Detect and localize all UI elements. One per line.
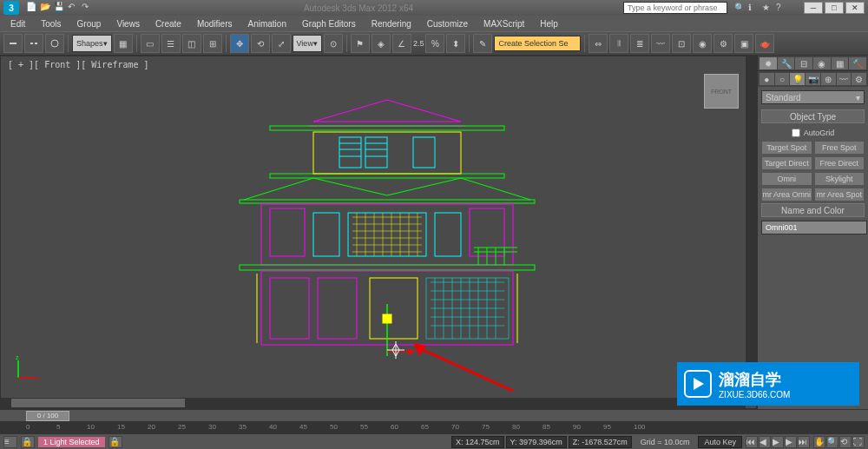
z-coord[interactable]: Z: -1678.527cm bbox=[569, 436, 632, 448]
play-icon[interactable]: ▶ bbox=[772, 436, 784, 448]
name-color-rollout[interactable]: Name and Color bbox=[761, 203, 865, 217]
info-icon[interactable]: ℹ bbox=[748, 3, 759, 13]
menu-help[interactable]: Help bbox=[540, 19, 558, 29]
render-setup-icon[interactable]: ⚙ bbox=[713, 34, 733, 53]
app-logo[interactable]: 3 bbox=[3, 1, 19, 15]
link-icon[interactable] bbox=[3, 34, 23, 53]
menu-animation[interactable]: Animation bbox=[247, 19, 286, 29]
zoom-icon[interactable]: 🔍 bbox=[826, 436, 838, 448]
mr-area-spot-button[interactable]: mr Area Spot bbox=[814, 188, 865, 201]
render-frame-icon[interactable]: ▣ bbox=[734, 34, 753, 53]
goto-start-icon[interactable]: ⏮ bbox=[746, 436, 758, 448]
curve-editor-icon[interactable]: 〰 bbox=[651, 34, 670, 53]
free-spot-button[interactable]: Free Spot bbox=[814, 141, 865, 155]
undo-icon[interactable]: ↶ bbox=[68, 2, 80, 14]
redo-icon[interactable]: ↷ bbox=[82, 2, 94, 14]
move-icon[interactable]: ✥ bbox=[230, 34, 249, 53]
autogrid-checkbox[interactable] bbox=[792, 129, 800, 137]
utilities-tab-icon[interactable]: 🔨 bbox=[849, 57, 866, 69]
orbit-icon[interactable]: ⟲ bbox=[839, 436, 852, 448]
unlink-icon[interactable] bbox=[24, 34, 43, 53]
select-icon[interactable]: ▭ bbox=[141, 34, 160, 53]
scale-icon[interactable]: ⤢ bbox=[272, 34, 291, 53]
create-tab-icon[interactable]: ✹ bbox=[760, 57, 777, 69]
lock-selection-icon[interactable]: 🔒 bbox=[108, 436, 122, 448]
select-window-icon[interactable]: ⊞ bbox=[203, 34, 222, 53]
pan-icon[interactable]: ✋ bbox=[813, 436, 825, 448]
edit-selection-icon[interactable]: ✎ bbox=[473, 34, 492, 53]
lights-icon[interactable]: 💡 bbox=[790, 73, 805, 85]
maximize-viewport-icon[interactable]: ⛶ bbox=[852, 436, 865, 448]
viewport-scrollbar-v[interactable] bbox=[746, 56, 756, 398]
omni-button[interactable]: Omni bbox=[761, 172, 812, 186]
menu-edit[interactable]: Edit bbox=[10, 19, 25, 29]
modify-tab-icon[interactable]: 🔧 bbox=[778, 57, 795, 69]
category-dropdown[interactable]: Standard▾ bbox=[761, 90, 865, 104]
geometry-icon[interactable]: ● bbox=[760, 73, 774, 85]
search-input[interactable] bbox=[623, 2, 727, 14]
viewcube[interactable]: FRONT bbox=[704, 74, 739, 109]
shapes-dropdown[interactable]: Shapes ▾ bbox=[72, 35, 112, 52]
viewport-label[interactable]: [ + ][ Front ][ Wireframe ] bbox=[8, 60, 149, 69]
open-icon[interactable]: 📂 bbox=[40, 2, 52, 14]
menu-group[interactable]: Group bbox=[77, 19, 102, 29]
goto-end-icon[interactable]: ⏭ bbox=[798, 436, 810, 448]
rotate-icon[interactable]: ⟲ bbox=[251, 34, 270, 53]
timeline-ruler[interactable]: 0 5 10 15 20 25 30 35 40 45 50 55 60 65 … bbox=[0, 422, 868, 434]
viewport-scrollbar-h[interactable] bbox=[1, 398, 746, 408]
snap-icon[interactable]: ◈ bbox=[372, 34, 391, 53]
manipulate-icon[interactable]: ⚑ bbox=[351, 34, 370, 53]
ref-coord-dropdown[interactable]: View ▾ bbox=[293, 35, 322, 52]
shapes-icon[interactable]: ○ bbox=[775, 73, 790, 85]
schematic-icon[interactable]: ⊡ bbox=[672, 34, 691, 53]
skylight-button[interactable]: Skylight bbox=[814, 172, 865, 186]
menu-modifiers[interactable]: Modifiers bbox=[197, 19, 233, 29]
systems-icon[interactable]: ⚙ bbox=[852, 73, 866, 85]
autokey-button[interactable]: Auto Key bbox=[698, 436, 742, 448]
menu-graph-editors[interactable]: Graph Editors bbox=[302, 19, 356, 29]
space-warps-icon[interactable]: 〰 bbox=[837, 73, 852, 85]
star-icon[interactable]: ★ bbox=[762, 3, 773, 13]
close-button[interactable]: ✕ bbox=[845, 2, 865, 14]
lock-icon[interactable]: 🔒 bbox=[21, 436, 35, 448]
mirror-icon[interactable]: ⇔ bbox=[589, 34, 608, 53]
menu-maxscript[interactable]: MAXScript bbox=[483, 19, 524, 29]
target-direct-button[interactable]: Target Direct bbox=[761, 156, 812, 170]
angle-snap-icon[interactable]: ∠ bbox=[392, 34, 411, 53]
mr-area-omni-button[interactable]: mr Area Omni bbox=[761, 188, 812, 201]
save-icon[interactable]: 💾 bbox=[54, 2, 66, 14]
menu-customize[interactable]: Customize bbox=[427, 19, 468, 29]
target-spot-button[interactable]: Target Spot bbox=[761, 141, 812, 155]
pivot-icon[interactable]: ⊙ bbox=[324, 34, 343, 53]
time-slider-thumb[interactable]: 0 / 100 bbox=[26, 411, 69, 421]
prev-frame-icon[interactable]: ◀ bbox=[759, 436, 771, 448]
material-icon[interactable]: ◉ bbox=[693, 34, 712, 53]
hierarchy-tab-icon[interactable]: ⊟ bbox=[795, 57, 812, 69]
motion-tab-icon[interactable]: ◉ bbox=[813, 57, 831, 69]
menu-create[interactable]: Create bbox=[155, 19, 181, 29]
new-icon[interactable]: 📄 bbox=[26, 2, 38, 14]
search-icon[interactable]: 🔍 bbox=[734, 3, 745, 13]
spinner-snap-icon[interactable]: ⬍ bbox=[446, 34, 465, 53]
menu-rendering[interactable]: Rendering bbox=[372, 19, 411, 29]
display-tab-icon[interactable]: ▦ bbox=[832, 57, 849, 69]
free-direct-button[interactable]: Free Direct bbox=[814, 156, 865, 170]
menu-views[interactable]: Views bbox=[116, 19, 140, 29]
align-icon[interactable]: ⫴ bbox=[609, 34, 628, 53]
help-icon[interactable]: ? bbox=[776, 3, 786, 13]
x-coord[interactable]: X: 124.75cm bbox=[451, 436, 504, 448]
select-filter-icon[interactable]: ▦ bbox=[114, 34, 133, 53]
object-type-rollout[interactable]: Object Type bbox=[761, 109, 865, 123]
select-name-icon[interactable]: ☰ bbox=[161, 34, 181, 53]
helpers-icon[interactable]: ⊕ bbox=[821, 73, 836, 85]
bind-icon[interactable] bbox=[45, 34, 64, 53]
y-coord[interactable]: Y: 3979.396cm bbox=[506, 436, 567, 448]
menu-tools[interactable]: Tools bbox=[41, 19, 61, 29]
cameras-icon[interactable]: 📷 bbox=[806, 73, 820, 85]
percent-snap-icon[interactable]: % bbox=[425, 34, 444, 53]
next-frame-icon[interactable]: ▶ bbox=[785, 436, 797, 448]
time-slider[interactable]: 0 / 100 bbox=[0, 410, 868, 422]
object-name-input[interactable] bbox=[761, 221, 867, 234]
selection-set-input[interactable] bbox=[494, 36, 581, 51]
layers-icon[interactable]: ≣ bbox=[630, 34, 649, 53]
